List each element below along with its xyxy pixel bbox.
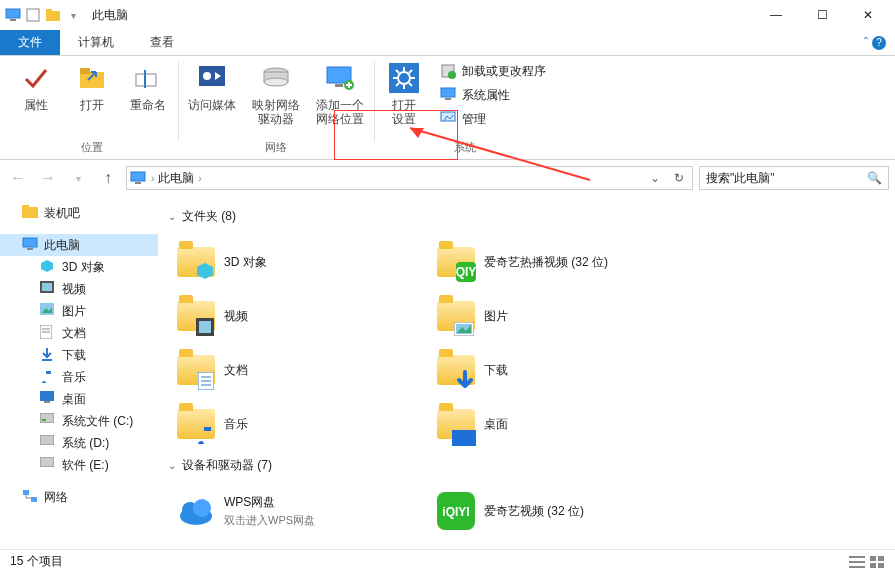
sidebar-item-drive-e[interactable]: 软件 (E:) <box>0 454 158 476</box>
sidebar-item-3d[interactable]: 3D 对象 <box>0 256 158 278</box>
checkbox-icon[interactable] <box>24 6 42 24</box>
window-title: 此电脑 <box>92 7 128 24</box>
system-properties-button[interactable]: 系统属性 <box>436 84 550 106</box>
manage-button[interactable]: 管理 <box>436 108 550 130</box>
sidebar-item-drive-d[interactable]: 系统 (D:) <box>0 432 158 454</box>
svg-rect-75 <box>849 556 865 558</box>
ribbon: 属性 打开 重命名 位置 访问媒体 映射网络 驱动器 <box>0 56 895 160</box>
folder-item-downloads[interactable]: 下载 <box>428 343 688 397</box>
section-devices-header[interactable]: ⌄设备和驱动器 (7) <box>168 457 885 474</box>
sidebar-item-drive-c[interactable]: 系统文件 (C:) <box>0 410 158 432</box>
search-input[interactable]: 搜索"此电脑" 🔍 <box>699 166 889 190</box>
svg-rect-51 <box>40 413 54 423</box>
device-item-wps[interactable]: WPS网盘双击进入WPS网盘 <box>168 484 428 538</box>
svg-rect-15 <box>335 84 343 87</box>
download-icon <box>40 347 56 363</box>
folder-item-documents[interactable]: 文档 <box>168 343 428 397</box>
sidebar-item-network[interactable]: 网络 <box>0 486 158 508</box>
ribbon-group-network: 访问媒体 映射网络 驱动器 添加一个 网络位置 网络 <box>178 58 374 159</box>
sidebar-item-zhuangji[interactable]: 装机吧 <box>0 202 158 224</box>
open-button[interactable]: 打开 <box>68 58 116 112</box>
folder-item-pictures[interactable]: 图片 <box>428 289 688 343</box>
content-pane: ⌄文件夹 (8) 3D 对象 iQIYI爱奇艺热播视频 (32 位) 视频 图片… <box>158 196 895 549</box>
sidebar-item-this-pc[interactable]: 此电脑 <box>0 234 158 256</box>
forward-button[interactable]: → <box>36 166 60 190</box>
back-button[interactable]: ← <box>6 166 30 190</box>
music-icon <box>40 369 56 385</box>
svg-rect-35 <box>135 182 141 184</box>
svg-rect-78 <box>870 556 876 561</box>
breadcrumb-root[interactable]: 此电脑 <box>158 170 194 187</box>
device-item-iqiyi[interactable]: iQIYI爱奇艺视频 (32 位) <box>428 484 688 538</box>
status-bar: 15 个项目 <box>0 549 895 573</box>
ribbon-tabs: 文件 计算机 查看 ˆ ? <box>0 30 895 56</box>
close-button[interactable]: ✕ <box>845 0 891 30</box>
add-network-location-button[interactable]: 添加一个 网络位置 <box>312 58 368 126</box>
chevron-right-icon[interactable]: › <box>151 173 154 184</box>
folder-item-desktop[interactable]: 桌面 <box>428 397 688 451</box>
address-field[interactable]: › 此电脑 › ⌄ ↻ <box>126 166 693 190</box>
ribbon-group-system: 打开 设置 卸载或更改程序 系统属性 管理 系统 <box>374 58 556 159</box>
svg-rect-34 <box>131 172 145 181</box>
svg-rect-42 <box>42 283 52 291</box>
item-count: 15 个项目 <box>10 553 63 570</box>
ribbon-help-icon[interactable]: ˆ ? <box>855 30 895 55</box>
sidebar-item-documents[interactable]: 文档 <box>0 322 158 344</box>
chevron-right-icon[interactable]: › <box>198 173 201 184</box>
svg-rect-6 <box>80 68 90 74</box>
svg-text:iQIYI: iQIYI <box>456 265 476 279</box>
svg-rect-9 <box>199 66 225 86</box>
document-icon <box>40 325 56 341</box>
folder-item-video[interactable]: 视频 <box>168 289 428 343</box>
svg-rect-8 <box>144 70 146 88</box>
svg-rect-80 <box>870 563 876 568</box>
picture-icon <box>40 303 56 319</box>
qat: ▾ <box>4 6 82 24</box>
properties-button[interactable]: 属性 <box>12 58 60 112</box>
qat-dropdown-icon[interactable]: ▾ <box>64 6 82 24</box>
svg-point-13 <box>264 78 288 86</box>
svg-rect-4 <box>46 9 52 13</box>
folder-small-icon[interactable] <box>44 6 62 24</box>
nav-sidebar: 装机吧 此电脑 3D 对象 视频 图片 文档 下载 音乐 桌面 系统文件 (C:… <box>0 196 158 549</box>
section-folders-header[interactable]: ⌄文件夹 (8) <box>168 208 885 225</box>
iqiyi-icon: iQIYI <box>436 491 476 531</box>
sidebar-item-downloads[interactable]: 下载 <box>0 344 158 366</box>
minimize-button[interactable]: — <box>753 0 799 30</box>
svg-rect-77 <box>849 566 865 568</box>
folders-grid: 3D 对象 iQIYI爱奇艺热播视频 (32 位) 视频 图片 文档 下载 音乐… <box>168 235 885 451</box>
rename-button[interactable]: 重命名 <box>124 58 172 112</box>
cloud-icon <box>176 491 216 531</box>
map-drive-button[interactable]: 映射网络 驱动器 <box>248 58 304 126</box>
sidebar-item-music[interactable]: 音乐 <box>0 366 158 388</box>
cube-icon <box>40 259 56 275</box>
folder-item-music[interactable]: 音乐 <box>168 397 428 451</box>
tab-computer[interactable]: 计算机 <box>60 30 132 55</box>
maximize-button[interactable]: ☐ <box>799 0 845 30</box>
tab-view[interactable]: 查看 <box>132 30 192 55</box>
refresh-button[interactable]: ↻ <box>668 171 690 185</box>
up-button[interactable]: ↑ <box>96 166 120 190</box>
open-settings-button[interactable]: 打开 设置 <box>380 58 428 130</box>
svg-point-28 <box>448 71 456 79</box>
folder-item-3d[interactable]: 3D 对象 <box>168 235 428 289</box>
view-icons-button[interactable] <box>869 555 885 569</box>
svg-text:iQIYI: iQIYI <box>442 505 469 519</box>
video-icon <box>40 281 56 297</box>
uninstall-button[interactable]: 卸载或更改程序 <box>436 60 550 82</box>
sidebar-item-pictures[interactable]: 图片 <box>0 300 158 322</box>
folder-icon <box>22 205 38 221</box>
svg-marker-40 <box>41 260 53 272</box>
view-details-button[interactable] <box>849 555 865 569</box>
manage-icon <box>440 111 456 127</box>
recent-dropdown[interactable]: ▾ <box>66 166 90 190</box>
address-dropdown-icon[interactable]: ⌄ <box>646 171 664 185</box>
tab-file[interactable]: 文件 <box>0 30 60 55</box>
search-placeholder: 搜索"此电脑" <box>706 170 775 187</box>
access-media-button[interactable]: 访问媒体 <box>184 58 240 126</box>
sidebar-item-desktop[interactable]: 桌面 <box>0 388 158 410</box>
svg-rect-38 <box>23 238 37 247</box>
sidebar-item-video[interactable]: 视频 <box>0 278 158 300</box>
svg-rect-53 <box>40 435 54 445</box>
folder-item-iqiyi-hot[interactable]: iQIYI爱奇艺热播视频 (32 位) <box>428 235 688 289</box>
